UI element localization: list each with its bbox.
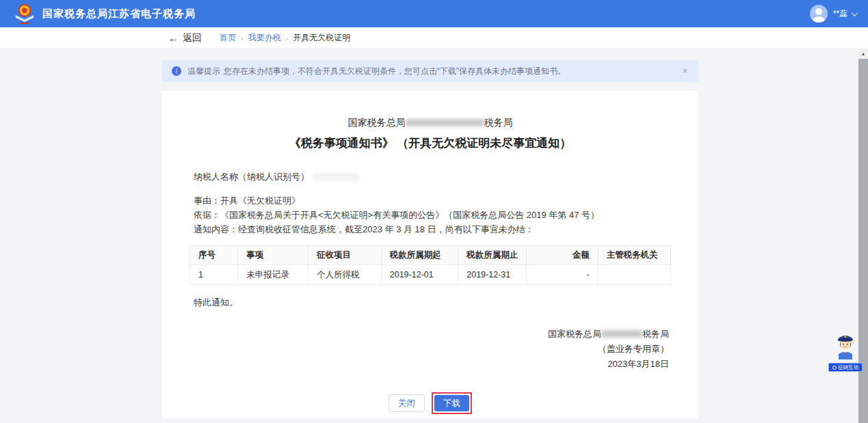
redacted-text (406, 119, 484, 126)
table-header-row: 序号 事项 征收项目 税款所属期起 税款所属期止 金额 主管税务机关 (190, 246, 671, 265)
signature-issuer-suffix: 税务局 (642, 329, 669, 339)
close-button[interactable]: 关闭 (389, 394, 425, 412)
basis-line: 依据：《国家税务总局关于开具<无欠税证明>有关事项的公告》（国家税务总局公告 2… (194, 208, 671, 222)
notice-document-card: 国家税务总局税务局 《税务事项通知书》 （开具无欠税证明未尽事宜通知） 纳税人名… (162, 91, 698, 418)
th-amount: 金额 (527, 246, 599, 265)
cell-period-start: 2019-12-01 (381, 265, 458, 285)
action-buttons: 关闭 下载 (162, 392, 698, 414)
document-issuer-line: 国家税务总局税务局 (162, 117, 698, 129)
cell-collection-item: 个人所得税 (308, 265, 381, 285)
redacted-text (312, 173, 360, 180)
breadcrumb-bar: ← 返回 首页 › 我要办税 › 开具无欠税证明 (0, 27, 868, 49)
notice-prefix: 温馨提示 (187, 66, 220, 77)
app-header: 国家税务总局江苏省电子税务局 **蕊 (0, 0, 868, 27)
th-tax-authority: 主管税务机关 (598, 246, 670, 265)
reason-line: 事由：开具《无欠税证明》 (194, 193, 671, 208)
warm-tip-banner: i 温馨提示 您存在未办结事项，不符合开具无欠税证明条件，您可点击“下载”保存具… (162, 60, 698, 82)
closing-line: 特此通知。 (194, 297, 698, 309)
back-button[interactable]: ← 返回 (168, 32, 202, 44)
scroll-up-icon[interactable]: ▲ (858, 49, 868, 59)
notice-content-line: 通知内容：经查询税收征管信息系统，截至2023 年 3 月 18 日，尚有以下事… (194, 222, 671, 236)
mascot-label: 征纳互动 (838, 364, 858, 371)
user-avatar[interactable] (810, 5, 828, 23)
breadcrumb-tax-services[interactable]: 我要办税 (248, 32, 281, 44)
download-highlight-box: 下载 (432, 392, 472, 414)
unfinished-items-table: 序号 事项 征收项目 税款所属期起 税款所属期止 金额 主管税务机关 1 未申报… (189, 245, 671, 285)
cell-period-end: 2019-12-31 (458, 265, 527, 285)
cell-amount: - (527, 265, 599, 285)
signature-block: 国家税务总局税务局 （盖业务专用章） 2023年3月18日 (162, 327, 669, 372)
app-title: 国家税务总局江苏省电子税务局 (42, 8, 196, 21)
issuer-prefix: 国家税务总局 (348, 117, 406, 128)
signature-issuer-line: 国家税务总局税务局 (162, 327, 669, 342)
download-button[interactable]: 下载 (434, 395, 469, 411)
chevron-down-icon[interactable] (852, 10, 858, 16)
th-period-start: 税款所属期起 (381, 246, 458, 265)
th-seq: 序号 (190, 246, 238, 265)
info-icon: i (172, 66, 181, 76)
close-icon[interactable]: × (682, 66, 687, 75)
back-label: 返回 (183, 32, 202, 44)
mascot-badge-icon (832, 366, 837, 370)
th-collection-item: 征收项目 (308, 246, 381, 265)
taxpayer-label: 纳税人名称（纳税人识别号） (194, 172, 309, 182)
cell-item: 未申报记录 (238, 265, 308, 285)
signature-date: 2023年3月18日 (162, 357, 669, 372)
table-row: 1 未申报记录 个人所得税 2019-12-01 2019-12-31 - (190, 265, 671, 285)
assistant-mascot[interactable]: 征纳互动 (828, 329, 863, 372)
tax-bureau-logo-icon (14, 3, 36, 25)
mascot-figure-icon (830, 329, 861, 359)
signature-issuer-prefix: 国家税务总局 (548, 329, 601, 339)
th-item: 事项 (238, 246, 308, 265)
username[interactable]: **蕊 (833, 8, 847, 20)
document-title: 《税务事项通知书》 （开具无欠税证明未尽事宜通知） (162, 135, 698, 151)
taxpayer-line: 纳税人名称（纳税人识别号） (194, 169, 671, 184)
issuer-suffix: 税务局 (484, 117, 513, 128)
breadcrumb-separator: › (241, 34, 244, 42)
notice-message: 您存在未办结事项，不符合开具无欠税证明条件，您可点击“下载”保存具体未办结事项通… (224, 66, 566, 77)
th-period-end: 税款所属期止 (458, 246, 527, 265)
breadcrumb-separator: › (286, 34, 289, 42)
mascot-label-pill[interactable]: 征纳互动 (828, 363, 863, 372)
redacted-text (601, 330, 642, 338)
cell-seq: 1 (190, 265, 238, 285)
breadcrumb-home[interactable]: 首页 (220, 32, 236, 44)
breadcrumb-current-page: 开具无欠税证明 (293, 32, 350, 44)
breadcrumb: 首页 › 我要办税 › 开具无欠税证明 (220, 32, 350, 44)
cell-tax-authority (598, 265, 670, 285)
seal-note: （盖业务专用章） (162, 342, 669, 357)
back-arrow-icon: ← (168, 32, 179, 44)
